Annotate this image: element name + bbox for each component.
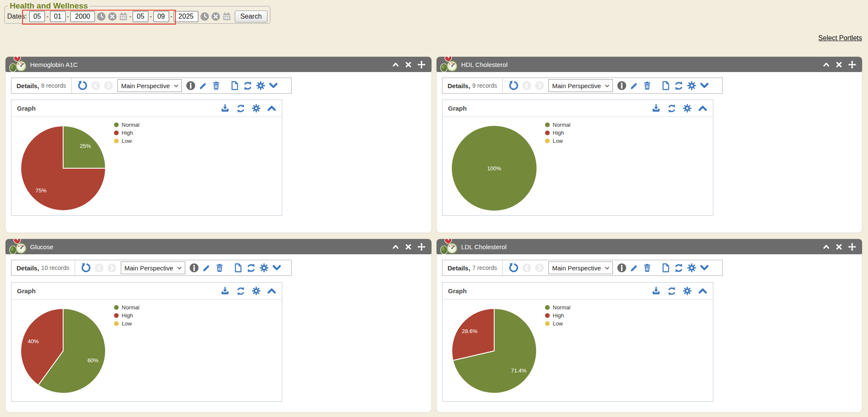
settings-icon[interactable] bbox=[687, 263, 696, 272]
details-toolbar: Details, 9 records Main Perspective bbox=[442, 78, 723, 94]
expand-icon[interactable] bbox=[269, 81, 278, 90]
legend-label: Normal bbox=[553, 304, 570, 311]
collapse-icon[interactable] bbox=[267, 104, 276, 113]
refresh-icon[interactable] bbox=[236, 286, 245, 296]
next-icon[interactable] bbox=[535, 263, 544, 272]
settings-icon[interactable] bbox=[256, 81, 265, 90]
graph-title: Graph bbox=[17, 105, 220, 112]
close-icon[interactable] bbox=[835, 61, 843, 68]
settings-icon[interactable] bbox=[252, 286, 261, 295]
graph-header: Graph bbox=[11, 283, 282, 300]
download-icon[interactable] bbox=[220, 286, 230, 296]
prev-icon[interactable] bbox=[95, 263, 104, 272]
undo-icon[interactable] bbox=[509, 263, 519, 273]
prev-icon[interactable] bbox=[91, 81, 100, 90]
collapse-icon[interactable] bbox=[392, 243, 399, 250]
download-icon[interactable] bbox=[651, 104, 661, 113]
refresh-icon[interactable] bbox=[236, 104, 245, 113]
undo-icon[interactable] bbox=[78, 81, 88, 91]
edit-icon[interactable] bbox=[630, 263, 639, 272]
prev-icon[interactable] bbox=[522, 263, 531, 272]
refresh-icon[interactable] bbox=[246, 263, 256, 273]
details-label: Details, bbox=[17, 82, 39, 89]
collapse-icon[interactable] bbox=[823, 243, 830, 250]
legend-label: Normal bbox=[122, 122, 139, 128]
settings-icon[interactable] bbox=[687, 81, 696, 90]
info-icon[interactable] bbox=[617, 81, 626, 90]
undo-icon[interactable] bbox=[509, 81, 519, 91]
download-icon[interactable] bbox=[220, 104, 230, 113]
close-icon[interactable] bbox=[405, 243, 412, 250]
info-icon[interactable] bbox=[186, 81, 195, 90]
legend-item: High bbox=[114, 311, 139, 320]
delete-icon[interactable] bbox=[643, 81, 652, 90]
settings-icon[interactable] bbox=[683, 286, 692, 295]
perspective-select[interactable]: Main Perspective bbox=[117, 79, 182, 92]
info-icon[interactable] bbox=[617, 263, 626, 272]
collapse-icon[interactable] bbox=[267, 286, 276, 296]
health-gauge-icon bbox=[440, 54, 459, 73]
legend-item: Low bbox=[545, 320, 570, 328]
new-doc-icon[interactable] bbox=[661, 81, 670, 90]
next-icon[interactable] bbox=[107, 263, 117, 272]
undo-icon[interactable] bbox=[81, 263, 91, 273]
refresh-icon[interactable] bbox=[667, 104, 676, 113]
move-icon[interactable] bbox=[417, 61, 426, 69]
collapse-icon[interactable] bbox=[823, 61, 830, 68]
refresh-icon[interactable] bbox=[674, 263, 684, 273]
settings-icon[interactable] bbox=[259, 263, 269, 272]
pie-label: 28.6% bbox=[462, 328, 478, 334]
toolbar-controls: Main Perspective bbox=[75, 261, 281, 274]
refresh-icon[interactable] bbox=[667, 286, 676, 296]
refresh-icon[interactable] bbox=[674, 81, 684, 91]
move-icon[interactable] bbox=[417, 243, 426, 251]
legend-item: High bbox=[545, 311, 570, 320]
perspective-select[interactable]: Main Perspective bbox=[548, 261, 613, 274]
portlet-ldl-cholesterol: LDL Cholesterol Details, 7 records bbox=[437, 239, 862, 412]
portlet-header[interactable]: Glucose bbox=[6, 239, 431, 254]
new-doc-icon[interactable] bbox=[234, 263, 243, 272]
portlet-header[interactable]: HDL Cholesterol bbox=[437, 57, 862, 72]
delete-icon[interactable] bbox=[215, 263, 224, 272]
portlet-header[interactable]: LDL Cholesterol bbox=[437, 239, 862, 254]
legend-item: High bbox=[545, 129, 570, 137]
edit-icon[interactable] bbox=[202, 263, 211, 272]
perspective-select[interactable]: Main Perspective bbox=[548, 79, 613, 92]
delete-icon[interactable] bbox=[211, 81, 221, 90]
window-controls bbox=[392, 239, 426, 254]
pie-chart: 100% bbox=[442, 117, 713, 216]
collapse-icon[interactable] bbox=[698, 286, 707, 296]
move-icon[interactable] bbox=[848, 61, 856, 69]
download-icon[interactable] bbox=[651, 286, 661, 296]
info-icon[interactable] bbox=[189, 263, 199, 272]
portlet-title: LDL Cholesterol bbox=[461, 243, 506, 250]
pie-legend: NormalHighLow bbox=[545, 303, 570, 328]
close-icon[interactable] bbox=[835, 243, 843, 250]
prev-icon[interactable] bbox=[522, 81, 531, 90]
edit-icon[interactable] bbox=[199, 81, 208, 90]
portlet-header[interactable]: Hemoglobin A1C bbox=[6, 57, 431, 72]
new-doc-icon[interactable] bbox=[230, 81, 239, 90]
next-icon[interactable] bbox=[104, 81, 113, 90]
next-icon[interactable] bbox=[535, 81, 544, 90]
perspective-select[interactable]: Main Perspective bbox=[121, 261, 185, 274]
move-icon[interactable] bbox=[848, 243, 856, 251]
edit-icon[interactable] bbox=[630, 81, 639, 90]
expand-icon[interactable] bbox=[700, 81, 709, 90]
new-doc-icon[interactable] bbox=[661, 263, 670, 272]
pie-chart: 25%75% bbox=[11, 117, 282, 216]
expand-icon[interactable] bbox=[272, 263, 281, 272]
pie-legend: NormalHighLow bbox=[114, 303, 139, 328]
close-icon[interactable] bbox=[405, 61, 412, 68]
expand-icon[interactable] bbox=[700, 263, 709, 272]
collapse-icon[interactable] bbox=[698, 104, 707, 113]
portlet-title: Glucose bbox=[30, 243, 53, 250]
settings-icon[interactable] bbox=[252, 104, 261, 113]
settings-icon[interactable] bbox=[683, 104, 692, 113]
perspective-value: Main Perspective bbox=[552, 82, 601, 89]
chevron-down-icon bbox=[605, 267, 609, 270]
refresh-icon[interactable] bbox=[243, 81, 253, 91]
delete-icon[interactable] bbox=[643, 263, 652, 272]
collapse-icon[interactable] bbox=[392, 61, 399, 68]
legend-label: High bbox=[553, 130, 564, 136]
